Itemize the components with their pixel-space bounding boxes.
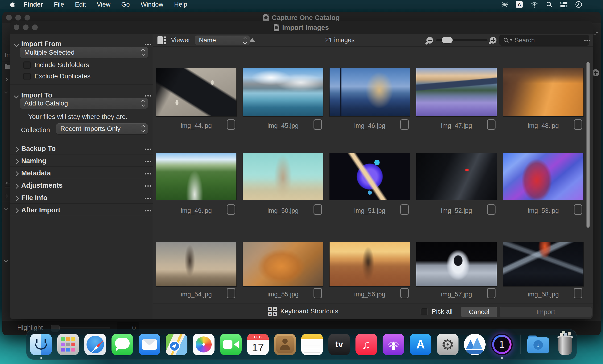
dock-item-safari[interactable]: [84, 334, 106, 355]
control-center-icon[interactable]: [560, 1, 568, 8]
viewer-label[interactable]: Viewer: [171, 36, 190, 44]
dock-item-capture-one[interactable]: 1: [491, 334, 513, 355]
dock-item-maps[interactable]: [166, 334, 187, 355]
dock-item-system-settings[interactable]: ⚙: [437, 334, 459, 355]
image-pick-checkbox[interactable]: [227, 119, 235, 130]
dock-item-downloads[interactable]: ↓: [527, 334, 549, 355]
more-options-icon[interactable]: [145, 210, 146, 211]
dock-item-mountain-app[interactable]: [464, 334, 486, 355]
image-pick-checkbox[interactable]: [400, 288, 409, 298]
menu-item-view[interactable]: View: [92, 1, 116, 8]
image-pick-checkbox[interactable]: [400, 204, 409, 215]
image-thumbnail[interactable]: [503, 242, 583, 286]
more-options-icon[interactable]: [145, 185, 146, 187]
image-pick-checkbox[interactable]: [227, 288, 235, 298]
keyboard-layout-icon[interactable]: A: [516, 1, 523, 8]
exclude-duplicates-row[interactable]: Exclude Duplicates: [23, 73, 91, 80]
panel-chevron-down-icon[interactable]: [5, 259, 7, 263]
more-options-icon[interactable]: [145, 198, 146, 199]
folder-icon[interactable]: [5, 65, 10, 69]
more-options-icon[interactable]: [145, 95, 146, 97]
dock-item-photos[interactable]: [193, 334, 215, 355]
image-thumbnail[interactable]: [503, 68, 583, 116]
dock-item-podcasts[interactable]: [383, 334, 404, 355]
image-pick-checkbox[interactable]: [574, 288, 582, 298]
menu-app-name[interactable]: Finder: [17, 1, 48, 8]
more-options-icon[interactable]: [145, 44, 146, 45]
section-adjustments[interactable]: Adjustments: [10, 182, 153, 191]
zoom-tool-icon[interactable]: [592, 69, 599, 76]
include-subfolders-checkbox[interactable]: [23, 61, 31, 69]
dock-item-app-store[interactable]: A: [410, 334, 431, 355]
image-thumbnail[interactable]: [416, 242, 497, 286]
wifi-alert-icon[interactable]: [530, 1, 538, 8]
drweb-antivirus-icon[interactable]: [501, 1, 508, 8]
viewer-toggle-icon[interactable]: [157, 36, 167, 44]
search-options-icon[interactable]: [584, 40, 586, 41]
image-pick-checkbox[interactable]: [487, 204, 496, 215]
menu-item-file[interactable]: File: [48, 1, 70, 8]
import-from-select[interactable]: Multiple Selected: [20, 47, 148, 58]
image-thumbnail[interactable]: [243, 242, 323, 286]
panel-chevron-down-icon[interactable]: [5, 90, 7, 94]
clock-icon[interactable]: [575, 1, 582, 8]
section-file-info[interactable]: File Info: [10, 194, 153, 203]
zoom-out-icon[interactable]: [427, 37, 433, 44]
dock-item-calendar[interactable]: FEB 17: [247, 334, 269, 355]
section-backup-to[interactable]: Backup To: [10, 145, 153, 154]
collapse-panel-chevrons-icon[interactable]: [593, 32, 599, 38]
menu-item-edit[interactable]: Edit: [70, 1, 92, 8]
section-naming[interactable]: Naming: [10, 157, 153, 166]
dock-item-messages[interactable]: [112, 334, 133, 355]
dock-item-trash[interactable]: [555, 334, 576, 355]
more-options-icon[interactable]: [145, 149, 146, 150]
keyboard-shortcuts-label[interactable]: Keyboard Shortcuts: [280, 308, 338, 315]
menu-item-help[interactable]: Help: [169, 1, 193, 8]
image-thumbnail[interactable]: [330, 153, 410, 200]
image-pick-checkbox[interactable]: [574, 204, 582, 215]
panel-chevron-right-icon[interactable]: [5, 194, 7, 198]
pick-all-checkbox[interactable]: [420, 308, 428, 315]
dock-item-finder[interactable]: [30, 334, 52, 355]
exclude-duplicates-checkbox[interactable]: [23, 73, 31, 80]
more-options-icon[interactable]: [145, 173, 146, 175]
image-pick-checkbox[interactable]: [400, 119, 409, 130]
image-pick-checkbox[interactable]: [487, 288, 496, 298]
dock-item-launchpad[interactable]: [57, 334, 79, 355]
image-thumbnail[interactable]: [416, 68, 497, 116]
image-pick-checkbox[interactable]: [574, 119, 582, 130]
collection-select[interactable]: Recent Imports Only: [56, 123, 148, 134]
menu-item-go[interactable]: Go: [116, 1, 135, 8]
dock-item-mail[interactable]: [139, 334, 160, 355]
apple-menu[interactable]: [8, 1, 17, 8]
image-thumbnail[interactable]: [156, 68, 236, 116]
sort-ascending-icon[interactable]: [249, 38, 255, 42]
section-metadata[interactable]: Metadata: [10, 169, 153, 179]
thumbnail-size-slider-handle[interactable]: [442, 37, 452, 43]
dock-item-music[interactable]: ♫: [356, 334, 377, 355]
section-after-import[interactable]: After Import: [10, 206, 153, 216]
panel-chevron-down-icon[interactable]: [5, 206, 7, 210]
image-pick-checkbox[interactable]: [313, 119, 322, 130]
image-thumbnail[interactable]: [243, 153, 323, 200]
spotlight-icon[interactable]: [546, 1, 553, 8]
cancel-button[interactable]: Cancel: [461, 307, 497, 317]
pick-all-row[interactable]: Pick all: [420, 308, 452, 315]
image-thumbnail[interactable]: [416, 153, 497, 200]
image-thumbnail[interactable]: [503, 153, 583, 200]
dock-item-contacts[interactable]: [274, 334, 296, 355]
search-field[interactable]: Search: [499, 35, 589, 46]
panel-chevron-right-icon[interactable]: [5, 78, 7, 82]
dialog-titlebar[interactable]: Import Images: [10, 21, 593, 34]
image-thumbnail[interactable]: [330, 68, 410, 116]
include-subfolders-row[interactable]: Include Subfolders: [23, 61, 89, 69]
vertical-scrollbar[interactable]: [587, 62, 590, 228]
import-button[interactable]: Import: [500, 307, 592, 317]
image-thumbnail[interactable]: [243, 68, 323, 116]
dock-item-tv[interactable]: tv: [328, 334, 350, 355]
dock-item-notes[interactable]: [301, 334, 323, 355]
image-pick-checkbox[interactable]: [227, 204, 235, 215]
image-thumbnail[interactable]: [156, 153, 236, 200]
menu-item-window[interactable]: Window: [135, 1, 169, 8]
sliders-icon[interactable]: [5, 183, 10, 188]
